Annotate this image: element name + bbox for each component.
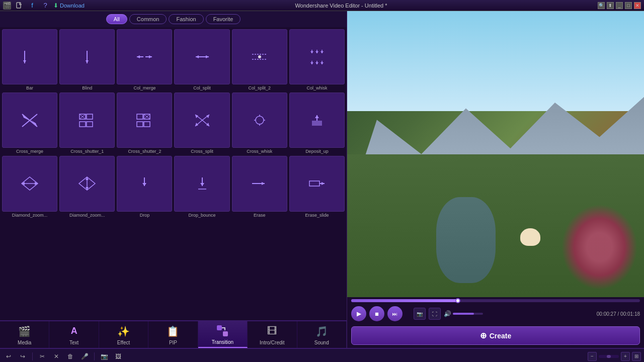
svg-rect-80 <box>217 325 222 330</box>
create-button[interactable]: ⊕ Create <box>351 326 640 345</box>
voice-button[interactable]: 🎤 <box>79 351 90 362</box>
transition-erase-slide[interactable]: Erase_slide <box>289 156 345 217</box>
share-icon[interactable]: ⬆ <box>607 2 614 9</box>
transition-cross-shutter-1-label: Cross_shutter_1 <box>59 149 115 154</box>
filter-tab-fashion[interactable]: Fashion <box>169 14 203 24</box>
svg-rect-0 <box>17 3 21 8</box>
undo-button[interactable]: ↩ <box>3 351 14 362</box>
transition-col-whisk[interactable]: Col_whisk <box>289 29 345 90</box>
file-icon[interactable] <box>14 1 24 11</box>
intro-credit-icon: 🎞 <box>265 324 279 338</box>
volume-area: 🔊 <box>444 310 483 317</box>
transition-drop-bounce-label: Drop_bounce <box>174 213 229 218</box>
pip-tl-button[interactable]: 🖼 <box>113 351 124 362</box>
cut-button[interactable]: ✂ <box>37 351 48 362</box>
time-display: 00:00:27 / 00:01:18 <box>597 311 640 317</box>
delete-clip-button[interactable]: ✕ <box>51 351 62 362</box>
maximize-button[interactable]: □ <box>625 2 632 9</box>
next-frame-button[interactable]: ⏭ <box>387 306 403 321</box>
zoom-track[interactable] <box>599 355 619 358</box>
text-icon: A <box>67 324 81 338</box>
transition-diamond-zoom-2[interactable]: Diamond_zoom... <box>59 156 115 217</box>
svg-point-15 <box>258 55 261 58</box>
fullscreen-button[interactable]: ⛶ <box>429 308 441 320</box>
window-title: Wondershare Video Editor - Untitled * <box>85 3 598 9</box>
filter-tab-favorite[interactable]: Favorite <box>206 14 241 24</box>
transition-cross-split[interactable]: Cross_split <box>174 93 229 154</box>
help-icon[interactable]: ? <box>40 1 50 11</box>
filter-tab-all[interactable]: All <box>106 14 127 24</box>
transition-erase[interactable]: Erase <box>232 156 287 217</box>
transition-diamond-zoom-1-label: Diamond_zoom... <box>2 213 57 218</box>
transition-diamond-zoom-1[interactable]: Diamond_zoom... <box>2 156 57 217</box>
minimize-button[interactable]: _ <box>616 2 623 9</box>
download-button[interactable]: ⬇ Download <box>53 2 85 9</box>
transition-icon <box>215 324 229 338</box>
progress-handle[interactable] <box>455 298 460 303</box>
transition-cross-shutter-1[interactable]: Cross_shutter_1 <box>59 93 115 154</box>
progress-track[interactable] <box>351 299 640 302</box>
svg-point-52 <box>256 116 264 124</box>
volume-track[interactable] <box>453 313 483 315</box>
svg-marker-21 <box>320 51 324 53</box>
transition-bar-label: Bar <box>2 85 57 90</box>
transition-diamond-zoom-2-label: Diamond_zoom... <box>59 213 115 218</box>
tab-media[interactable]: 🎬 Media <box>0 321 49 348</box>
svg-marker-31 <box>31 120 37 127</box>
svg-marker-6 <box>137 55 140 58</box>
right-panel: ▶ ⏹ ⏭ 📷 ⛶ 🔊 00:00:27 / 00:01:18 ⊕ Create <box>347 11 644 348</box>
transition-col-merge[interactable]: Col_merge <box>117 29 172 90</box>
main-area: All Common Fashion Favorite Bar <box>0 11 644 348</box>
svg-marker-19 <box>315 51 318 53</box>
titlebar-left: 🎬 f ? ⬇ Download <box>3 1 85 11</box>
tab-sound[interactable]: 🎵 Sound <box>297 321 347 348</box>
preview-image <box>347 11 644 297</box>
zoom-in-button[interactable]: + <box>621 352 630 361</box>
transition-col-split-2[interactable]: Col_split_2 <box>232 29 287 90</box>
transition-drop-bounce[interactable]: Drop_bounce <box>174 156 229 217</box>
svg-rect-40 <box>137 122 143 127</box>
tab-effect[interactable]: ✨ Effect <box>99 321 148 348</box>
tab-intro-credit[interactable]: 🎞 Intro/Credit <box>248 321 297 348</box>
zoom-out-button[interactable]: − <box>588 352 597 361</box>
tab-transition[interactable]: Transition <box>198 321 248 348</box>
volume-fill <box>453 313 474 315</box>
tab-pip[interactable]: 📋 PIP <box>148 321 198 348</box>
transition-erase-label: Erase <box>232 213 287 218</box>
svg-marker-10 <box>196 55 199 58</box>
svg-marker-8 <box>149 55 152 58</box>
sound-icon: 🎵 <box>314 324 329 338</box>
transition-col-split-2-label: Col_split_2 <box>232 85 287 90</box>
timeline-area: ↩ ↪ ✂ ✕ 🗑 🎤 📷 🖼 − + ⊞ Video Effect PIP1 … <box>0 348 644 362</box>
stop-button[interactable]: ⏹ <box>369 306 384 321</box>
transition-drop[interactable]: Drop <box>117 156 172 217</box>
filter-tabs: All Common Fashion Favorite <box>0 11 347 27</box>
create-label: Create <box>490 332 512 340</box>
transition-bar[interactable]: Bar <box>2 29 57 90</box>
play-button[interactable]: ▶ <box>351 306 366 321</box>
media-icon: 🎬 <box>18 324 32 338</box>
tab-sound-label: Sound <box>314 340 329 345</box>
redo-button[interactable]: ↪ <box>17 351 28 362</box>
remove-button[interactable]: 🗑 <box>65 351 76 362</box>
svg-marker-23 <box>310 62 313 64</box>
close-button[interactable]: ✕ <box>634 2 641 9</box>
transition-deposit-up[interactable]: Deposit_up <box>289 93 345 154</box>
transition-blind[interactable]: Blind <box>59 29 115 90</box>
transition-col-split-label: Col_split <box>174 85 229 90</box>
facebook-icon[interactable]: f <box>27 1 37 11</box>
transition-cross-whisk[interactable]: Cross_whisk <box>232 93 287 154</box>
search-icon[interactable]: 🔍 <box>598 2 605 9</box>
transition-cross-merge[interactable]: Cross_merge <box>2 93 57 154</box>
svg-marker-71 <box>142 183 146 186</box>
transition-cross-shutter-2[interactable]: Cross_shutter_2 <box>117 93 172 154</box>
svg-rect-33 <box>87 114 93 119</box>
timeline-toolbar: ↩ ↪ ✂ ✕ 🗑 🎤 📷 🖼 − + ⊞ <box>0 349 644 362</box>
progress-bar-area[interactable] <box>347 297 644 304</box>
fit-button[interactable]: ⊞ <box>632 352 641 361</box>
transition-col-split[interactable]: Col_split <box>174 29 229 90</box>
tab-text[interactable]: A Text <box>49 321 99 348</box>
snapshot-tl-button[interactable]: 📷 <box>99 351 110 362</box>
filter-tab-common[interactable]: Common <box>129 14 167 24</box>
snapshot-button[interactable]: 📷 <box>414 308 426 320</box>
